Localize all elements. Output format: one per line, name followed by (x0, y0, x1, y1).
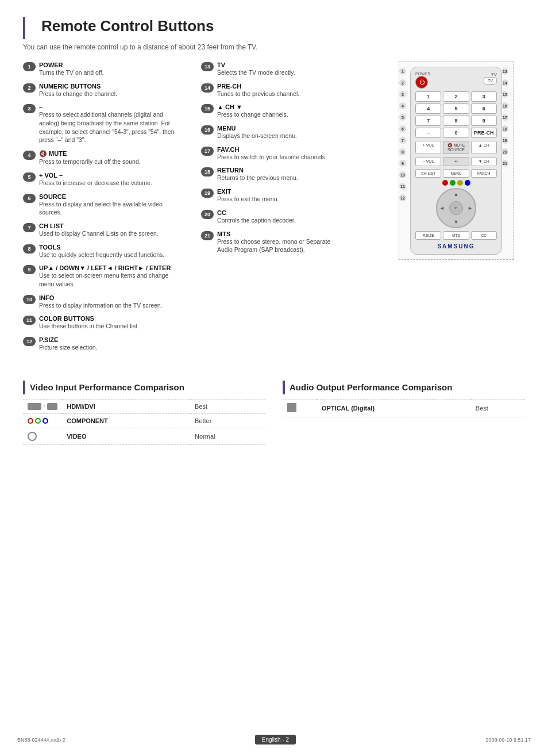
button-desc: + VOL – Press to increase or decrease th… (39, 172, 184, 187)
remote-left-label-3: 3 (399, 91, 406, 98)
comp-icon-cell (23, 413, 62, 428)
nav-up[interactable]: ▲ (454, 191, 459, 197)
button-item-4: 4 🔇 MUTE Press to temporarily cut off th… (23, 150, 184, 166)
button-num: 2 (23, 83, 36, 93)
ch-down-btn[interactable]: ▼ CH (471, 157, 497, 166)
button-num: 19 (201, 189, 214, 198)
page-subtitle: You can use the remote control up to a d… (23, 43, 525, 51)
button-detail: Picture size selection. (39, 343, 184, 352)
button-name: RETURN (217, 167, 345, 174)
button-name: TOOLS (39, 244, 184, 251)
button-name: CC (217, 209, 345, 216)
numpad-key-5[interactable]: 5 (443, 103, 469, 114)
comp-name-cell: VIDEO (62, 428, 190, 444)
remote-right-label-19: 19 (501, 137, 508, 144)
numpad-key-0[interactable]: 0 (443, 128, 469, 138)
remote-right-label-13: 13 (501, 68, 508, 75)
button-detail: Turns the TV on and off. (39, 68, 184, 77)
button-desc: CH LIST Used to display Channel Lists on… (39, 222, 184, 238)
return-icon-btn[interactable]: ↩ (443, 157, 469, 166)
ch-up-btn[interactable]: ▲ CH (471, 141, 497, 154)
p-size-btn[interactable]: P.SIZE (415, 231, 441, 240)
color-green[interactable] (450, 180, 456, 186)
button-num: 21 (201, 231, 214, 240)
remote-top-row: POWER ⏻ TV TV (415, 72, 497, 89)
vol-src-ch-row: + VOL 🔇 MUTESOURCE ▲ CH (415, 141, 497, 154)
remote-right-label-14: 14 (501, 79, 508, 86)
numpad-key-7[interactable]: 7 (415, 116, 441, 126)
button-desc: ▲ CH ▼ Press to change channels. (217, 103, 345, 119)
button-item-9: 9 UP▲ / DOWN▼ / LEFT◄ / RIGHT► / ENTER U… (23, 264, 184, 288)
comp-rating-cell: Best (471, 399, 525, 417)
remote-left-label-10: 10 (399, 171, 406, 178)
audio-comparison-table: OPTICAL (Digital) Best (283, 399, 525, 417)
button-detail: Press to change the channel. (39, 90, 184, 98)
button-desc: – Press to select additional channels (d… (39, 103, 184, 144)
button-desc: INFO Press to display information on the… (39, 294, 184, 310)
comp-name-cell: COMPONENT (62, 413, 190, 428)
button-item-12: 12 P.SIZE Picture size selection. (23, 336, 184, 352)
button-name: MENU (217, 125, 345, 132)
remote-right-label-15: 15 (501, 91, 508, 98)
button-name: UP▲ / DOWN▼ / LEFT◄ / RIGHT► / ENTER (39, 264, 184, 271)
page-title: Remote Control Buttons (41, 17, 214, 35)
power-button[interactable]: ⏻ (415, 76, 428, 89)
audio-comparison-accent (283, 381, 285, 394)
numpad-key-9[interactable]: 9 (471, 116, 497, 126)
video-comparison-table: / HDMI/DVI Best COMPONENT Better VIDEO N… (23, 399, 265, 445)
button-name: EXIT (217, 188, 345, 195)
video-comparison-title: Video Input Performance Comparison (30, 382, 184, 392)
buttons-wrapper: 1 POWER Turns the TV on and off. 2 NUMER… (23, 62, 376, 358)
color-red[interactable] (442, 180, 448, 186)
color-blue[interactable] (465, 180, 470, 186)
remote-left-label-6: 6 (399, 125, 406, 132)
button-detail: Press to temporarily cut off the sound. (39, 158, 184, 166)
button-name: INFO (39, 294, 184, 301)
button-num: 5 (23, 172, 36, 182)
mts-btn[interactable]: MTS (443, 231, 469, 240)
remote-left-label-4: 4 (399, 102, 406, 109)
button-name: COLOR BUTTONS (39, 315, 184, 322)
button-item-15: 15 ▲ CH ▼ Press to change channels. (201, 103, 345, 119)
nav-enter[interactable]: ↵ (449, 201, 463, 215)
menu-btn[interactable]: MENU (443, 169, 469, 178)
button-detail: Press to select additional channels (dig… (39, 110, 184, 144)
mute-plus-btn[interactable]: + VOL (415, 141, 441, 154)
numpad-key-3[interactable]: 3 (471, 91, 497, 102)
nav-left[interactable]: ◄ (439, 205, 445, 211)
button-desc: P.SIZE Picture size selection. (39, 336, 184, 352)
remote-right-label-20: 20 (501, 148, 508, 155)
comp-name-cell: HDMI/DVI (62, 399, 190, 413)
numpad-key-PRE-CH[interactable]: PRE-CH (471, 128, 497, 138)
numpad-key-1[interactable]: 1 (415, 91, 441, 102)
nav-right[interactable]: ► (468, 205, 473, 211)
audio-comparison-title-wrapper: Audio Output Performance Comparison (283, 381, 525, 394)
mute-btn[interactable]: 🔇 MUTESOURCE (443, 141, 469, 154)
fav-ch-btn[interactable]: FAV.CH (471, 169, 497, 178)
comp-icon-cell (283, 399, 317, 417)
remote-left-label-12: 12 (399, 194, 406, 201)
tv-button[interactable]: TV (484, 77, 497, 85)
button-detail: Used to display Channel Lists on the scr… (39, 229, 184, 238)
button-desc: COLOR BUTTONS Use these buttons in the C… (39, 315, 184, 331)
color-yellow[interactable] (457, 180, 463, 186)
ch-list-btn[interactable]: CH LIST (415, 169, 441, 178)
button-name: – (39, 103, 184, 110)
numpad-key-2[interactable]: 2 (443, 91, 469, 102)
nav-ring[interactable]: ▲ ▼ ◄ ► ↵ (436, 188, 476, 228)
button-name: + VOL – (39, 172, 184, 179)
numpad-key-8[interactable]: 8 (443, 116, 469, 126)
button-detail: Press to choose stereo, mono or Separate… (217, 237, 345, 254)
button-name: TV (217, 62, 345, 68)
remote-left-label-1: 1 (399, 68, 406, 75)
remote-right-label-17: 17 (501, 114, 508, 121)
nav-down[interactable]: ▼ (454, 219, 459, 225)
cc-btn[interactable]: CC (471, 231, 497, 240)
func-row-1: CH LIST MENU FAV.CH (415, 169, 497, 178)
vol-minus-btn[interactable]: – VOL (415, 157, 441, 166)
button-name: MTS (217, 231, 345, 237)
numpad-key-–[interactable]: – (415, 128, 441, 138)
numpad-key-4[interactable]: 4 (415, 103, 441, 114)
numpad-key-6[interactable]: 6 (471, 103, 497, 114)
button-item-11: 11 COLOR BUTTONS Use these buttons in th… (23, 315, 184, 331)
